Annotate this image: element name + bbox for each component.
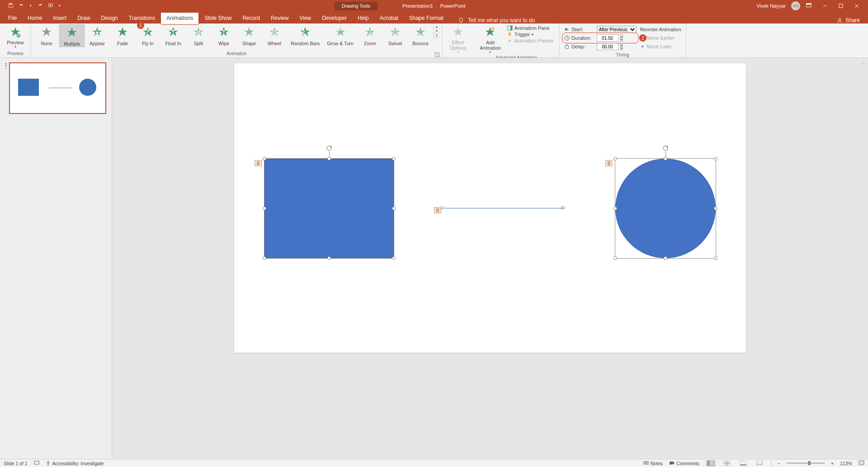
maximize-button[interactable] <box>833 0 849 12</box>
animation-grow-turn[interactable]: Grow & Turn <box>323 24 357 47</box>
resize-handle[interactable] <box>263 256 266 260</box>
undo-more-icon[interactable]: ▾ <box>30 4 32 8</box>
user-name[interactable]: Vivek Nayyar <box>756 3 786 9</box>
tab-draw[interactable]: Draw <box>72 13 95 24</box>
start-from-beginning-icon[interactable] <box>48 3 53 9</box>
normal-view-button[interactable] <box>706 460 716 467</box>
rectangle-selection[interactable]: 0 <box>264 158 394 259</box>
save-icon[interactable] <box>8 3 14 9</box>
resize-handle[interactable] <box>714 207 717 210</box>
animation-float-in[interactable]: Float In <box>160 24 186 47</box>
notes-indicator-icon[interactable] <box>34 460 39 467</box>
start-select[interactable]: After Previous <box>597 26 637 33</box>
resize-handle[interactable] <box>613 256 617 260</box>
anim-tag-circ[interactable]: 0 <box>605 160 613 166</box>
zoom-in-button[interactable]: + <box>831 461 834 466</box>
minimize-button[interactable] <box>817 0 833 12</box>
resize-handle[interactable] <box>263 207 266 210</box>
resize-handle[interactable] <box>664 256 667 260</box>
line-endpoint[interactable] <box>562 206 565 209</box>
tab-file[interactable]: File <box>3 13 22 24</box>
rotate-handle[interactable] <box>662 145 669 151</box>
resize-handle[interactable] <box>613 207 617 210</box>
animation-gallery[interactable]: NoneMultipleAppearFade1Fly InFloat InSpl… <box>34 24 433 47</box>
slideshow-view-button[interactable] <box>755 460 764 467</box>
animation-multiple[interactable]: Multiple <box>59 24 85 47</box>
resize-handle[interactable] <box>327 256 331 260</box>
resize-handle[interactable] <box>714 157 717 160</box>
resize-handle[interactable] <box>327 157 331 160</box>
resize-handle[interactable] <box>263 157 266 160</box>
animation-random-bars[interactable]: Random Bars <box>287 24 323 47</box>
accessibility-status[interactable]: Accessibility: Investigate <box>46 461 104 466</box>
animation-none[interactable]: None <box>34 24 59 47</box>
tab-slideshow[interactable]: Slide Show <box>199 13 237 24</box>
undo-icon[interactable] <box>19 3 24 9</box>
tab-home[interactable]: Home <box>22 13 47 24</box>
fit-to-window-button[interactable] <box>859 460 864 466</box>
zoom-level[interactable]: 113% <box>840 461 852 466</box>
circle-selection[interactable]: 0 <box>615 158 716 259</box>
resize-handle[interactable] <box>664 157 667 160</box>
close-button[interactable] <box>849 0 864 12</box>
animation-wheel[interactable]: Wheel <box>262 24 287 47</box>
slide-thumbnail[interactable] <box>9 62 106 114</box>
tab-animations[interactable]: Animations <box>160 12 199 24</box>
resize-handle[interactable] <box>392 207 396 210</box>
animation-pane-button[interactable]: Animation Pane <box>507 25 554 31</box>
animation-bounce[interactable]: Bounce <box>408 24 433 47</box>
redo-icon[interactable] <box>37 3 42 9</box>
comments-button[interactable]: Comments <box>669 461 699 466</box>
gallery-expand[interactable]: ▾ <box>434 33 439 38</box>
rectangle-shape[interactable] <box>264 159 394 258</box>
ribbon-display-icon[interactable] <box>806 2 812 9</box>
delay-field[interactable]: Delay: ▴▾ <box>564 42 637 51</box>
slide-sorter-button[interactable] <box>722 460 732 467</box>
trigger-button[interactable]: Trigger ▾ <box>507 32 554 37</box>
tab-help[interactable]: Help <box>352 13 374 24</box>
qat-more-icon[interactable]: ▾ <box>59 4 61 8</box>
tab-insert[interactable]: Insert <box>47 13 72 24</box>
animation-zoom[interactable]: Zoom <box>357 24 382 47</box>
tell-me-search[interactable]: Tell me what you want to do <box>458 17 535 24</box>
gallery-scroll-down[interactable]: ▾ <box>434 29 439 33</box>
reading-view-button[interactable] <box>738 460 748 467</box>
rotate-handle[interactable] <box>326 145 332 151</box>
tab-acrobat[interactable]: Acrobat <box>374 13 404 24</box>
animation-wipe[interactable]: Wipe <box>211 24 236 47</box>
line-shape[interactable] <box>442 208 563 208</box>
slide-panel[interactable]: 1 * <box>0 58 112 459</box>
animation-dialog-launcher[interactable]: ↘ <box>435 52 439 57</box>
tab-record[interactable]: Record <box>237 13 265 24</box>
resize-handle[interactable] <box>392 157 396 160</box>
tab-review[interactable]: Review <box>265 13 294 24</box>
anim-tag-rect[interactable]: 0 <box>255 160 262 166</box>
line-selection[interactable]: 0 <box>442 206 563 210</box>
collapse-ribbon-icon[interactable]: ︿ <box>862 60 866 66</box>
circle-shape[interactable] <box>615 159 716 258</box>
start-dropdown[interactable]: Start: After Previous <box>564 25 637 33</box>
animation-swivel[interactable]: Swivel <box>382 24 408 47</box>
preview-button[interactable]: Preview <box>3 24 28 49</box>
gallery-scrollbar[interactable]: ▴ ▾ ▾ <box>433 24 439 38</box>
resize-handle[interactable] <box>613 157 617 160</box>
animation-split[interactable]: Split <box>186 24 211 47</box>
avatar[interactable]: VN <box>791 1 800 10</box>
animation-fly-in[interactable]: 1Fly In <box>135 24 160 47</box>
add-animation-button[interactable]: Add Animation <box>476 24 505 54</box>
slide-canvas[interactable]: 0 0 0 <box>234 63 746 353</box>
duration-input[interactable] <box>597 34 618 42</box>
slide-counter[interactable]: Slide 1 of 1 <box>4 461 28 466</box>
duration-field[interactable]: Duration: ▴▾ 2 <box>564 34 637 42</box>
tab-developer[interactable]: Developer <box>316 13 352 24</box>
animation-fade[interactable]: Fade <box>110 24 135 47</box>
zoom-slider[interactable] <box>787 462 825 464</box>
animation-shape[interactable]: Shape <box>236 24 262 47</box>
resize-handle[interactable] <box>714 256 717 260</box>
zoom-out-button[interactable]: − <box>778 461 780 466</box>
line-endpoint[interactable] <box>440 206 443 209</box>
notes-button[interactable]: Notes <box>643 461 663 466</box>
editor-area[interactable]: ︿ 0 0 0 <box>112 58 868 459</box>
share-button[interactable]: Share <box>837 17 860 24</box>
delay-input[interactable] <box>597 43 618 50</box>
